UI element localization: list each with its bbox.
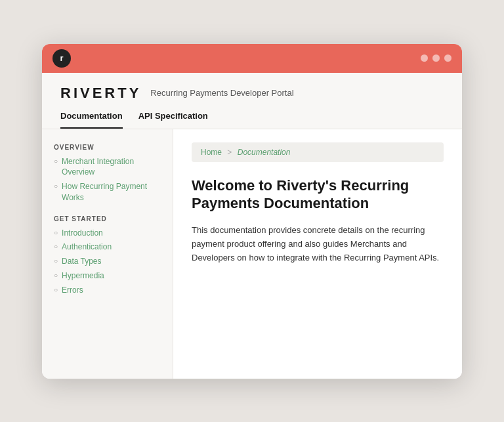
page-description: This documentation provides concrete det… (192, 223, 444, 265)
sidebar-item-label: Hypermedia (62, 270, 104, 282)
sidebar-dot-icon: ○ (54, 158, 58, 165)
browser-dot-3 (444, 54, 452, 62)
sidebar-dot-icon: ○ (54, 243, 58, 250)
browser-dot-1 (421, 54, 428, 62)
sidebar-item-label: Data Types (62, 256, 101, 267)
sidebar-item-label: Errors (62, 285, 83, 296)
sidebar-item-how-recurring[interactable]: ○ How Recurring Payment Works (54, 181, 161, 203)
portal-name: Recurring Payments Developer Portal (150, 88, 293, 98)
sidebar: OVERVIEW ○ Merchant Integration Overview… (42, 129, 173, 379)
main-content: Home > Documentation Welcome to Riverty'… (173, 129, 462, 379)
sidebar-item-label: How Recurring Payment Works (62, 181, 161, 203)
sidebar-item-label: Introduction (62, 228, 103, 239)
sidebar-item-merchant-integration[interactable]: ○ Merchant Integration Overview (54, 156, 161, 179)
sidebar-item-data-types[interactable]: ○ Data Types (54, 256, 161, 267)
sidebar-section-overview: OVERVIEW (54, 144, 161, 151)
sidebar-section-get-started: GET STARTED (54, 215, 161, 222)
breadcrumb-home[interactable]: Home (201, 148, 222, 157)
sidebar-dot-icon: ○ (54, 182, 58, 190)
breadcrumb: Home > Documentation (192, 142, 444, 162)
sidebar-dot-icon: ○ (54, 257, 58, 264)
browser-logo-icon: r (52, 49, 71, 68)
browser-titlebar: r (42, 44, 462, 73)
browser-window: r RIVERTY Recurring Payments Developer P… (42, 44, 462, 379)
sidebar-item-introduction[interactable]: ○ Introduction (54, 228, 161, 239)
sidebar-item-hypermedia[interactable]: ○ Hypermedia (54, 270, 161, 282)
site-logo: RIVERTY (60, 85, 141, 102)
site-body: OVERVIEW ○ Merchant Integration Overview… (42, 129, 462, 379)
page-title: Welcome to Riverty's Recurring Payments … (192, 177, 444, 213)
sidebar-item-authentication[interactable]: ○ Authentication (54, 242, 161, 253)
sidebar-item-errors[interactable]: ○ Errors (54, 285, 161, 296)
sidebar-item-label: Authentication (62, 242, 112, 253)
sidebar-item-label: Merchant Integration Overview (62, 156, 161, 179)
browser-dots (421, 54, 452, 62)
logo-letter: r (60, 53, 63, 63)
breadcrumb-separator: > (227, 148, 232, 157)
nav-documentation[interactable]: Documentation (60, 111, 123, 129)
logo-row: RIVERTY Recurring Payments Developer Por… (60, 85, 444, 102)
browser-dot-2 (432, 54, 440, 62)
sidebar-dot-icon: ○ (54, 229, 58, 236)
sidebar-dot-icon: ○ (54, 286, 58, 293)
sidebar-dot-icon: ○ (54, 272, 58, 279)
site-header: RIVERTY Recurring Payments Developer Por… (42, 73, 462, 129)
nav-api-specification[interactable]: API Specification (138, 111, 208, 129)
site-nav: Documentation API Specification (60, 111, 444, 129)
breadcrumb-current: Documentation (238, 148, 291, 157)
